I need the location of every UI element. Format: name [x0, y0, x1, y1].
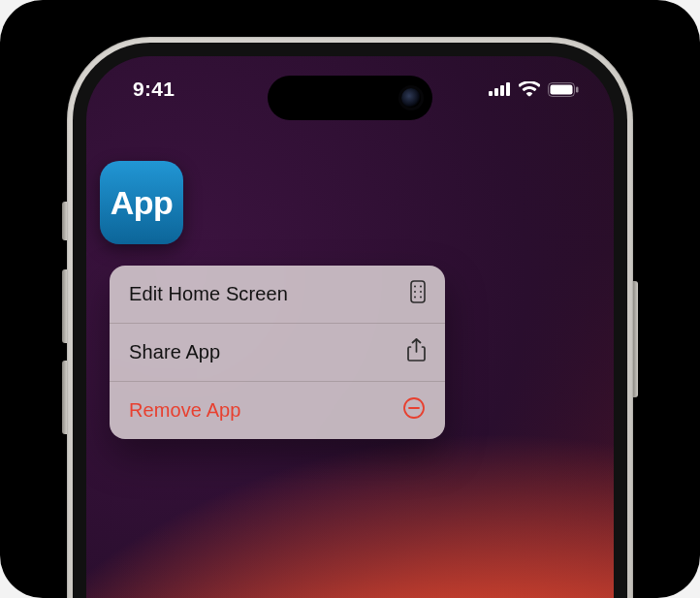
phone-frame: 9:41 App — [67, 37, 633, 598]
share-icon — [407, 338, 426, 366]
volume-up-button — [62, 269, 67, 343]
cellular-icon — [489, 82, 511, 96]
context-menu: Edit Home Screen — [110, 266, 445, 439]
menu-item-label: Edit Home Screen — [129, 283, 288, 305]
svg-rect-5 — [551, 84, 573, 94]
viewport: 9:41 App — [0, 0, 700, 598]
status-time: 9:41 — [133, 78, 175, 101]
svg-point-11 — [420, 291, 422, 293]
svg-point-9 — [420, 286, 422, 288]
svg-rect-2 — [500, 85, 504, 96]
menu-item-label: Remove App — [129, 399, 241, 422]
svg-rect-6 — [576, 86, 579, 92]
svg-rect-0 — [489, 91, 493, 96]
menu-item-share-app[interactable]: Share App — [110, 323, 445, 381]
menu-item-remove-app[interactable]: Remove App — [110, 381, 445, 439]
volume-down-button — [62, 361, 67, 434]
svg-rect-1 — [494, 88, 498, 96]
battery-icon — [548, 82, 579, 97]
apps-icon — [410, 280, 426, 308]
menu-item-label: Share App — [129, 341, 220, 363]
app-icon-label: App — [111, 184, 174, 222]
app-icon[interactable]: App — [100, 161, 183, 244]
menu-item-edit-home-screen[interactable]: Edit Home Screen — [110, 266, 445, 323]
svg-rect-7 — [411, 281, 425, 302]
svg-point-12 — [414, 297, 416, 299]
svg-point-8 — [414, 286, 416, 288]
wifi-icon — [519, 81, 540, 97]
svg-rect-3 — [506, 82, 510, 96]
home-screen[interactable]: 9:41 App — [86, 56, 614, 598]
side-button — [633, 281, 638, 397]
status-bar: 9:41 — [86, 78, 614, 101]
phone-bezel: 9:41 App — [73, 43, 627, 598]
svg-point-13 — [420, 297, 422, 299]
svg-point-10 — [414, 291, 416, 293]
ring-switch — [62, 202, 67, 240]
minus-circle-icon — [402, 396, 426, 425]
